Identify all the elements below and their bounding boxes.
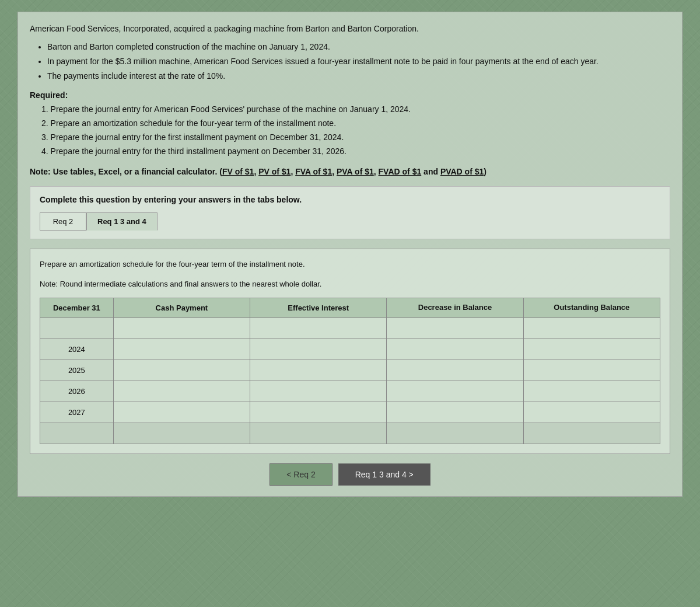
input-interest-0[interactable] (256, 324, 380, 333)
cell-decrease-2027[interactable] (387, 402, 523, 423)
cell-decrease-2025[interactable] (387, 360, 523, 381)
cell-year-2026: 2026 (40, 381, 114, 402)
note-label: Note: Use tables, Excel, or a financial … (30, 167, 217, 176)
table-row: 2027 (40, 402, 660, 423)
cell-decrease-total[interactable] (387, 423, 523, 444)
cell-interest-2027[interactable] (250, 402, 387, 423)
req-item-3: 3. Prepare the journal entry for the fir… (41, 131, 670, 144)
input-outstanding-2027[interactable] (530, 408, 654, 417)
cell-interest-2026[interactable] (250, 381, 387, 402)
input-outstanding-2026[interactable] (530, 387, 654, 396)
tabs-row: Req 2 Req 1 3 and 4 (40, 212, 660, 231)
input-outstanding-2024[interactable] (530, 345, 654, 354)
col-header-december31: December 31 (40, 298, 114, 318)
required-title: Required: (30, 90, 670, 100)
cell-year-2027: 2027 (40, 402, 114, 423)
input-interest-2024[interactable] (256, 345, 380, 354)
tab-desc-line1: Prepare an amortization schedule for the… (40, 259, 660, 270)
note-line: Note: Use tables, Excel, or a financial … (30, 166, 670, 178)
col-header-decrease-balance: Decrease in Balance (387, 298, 523, 318)
note-link-pva[interactable]: PVA of $1 (337, 167, 374, 176)
cell-interest-2025[interactable] (250, 360, 387, 381)
bullet-list: Barton and Barton completed construction… (47, 41, 670, 82)
input-outstanding-total[interactable] (530, 429, 654, 438)
note-link-pv[interactable]: PV of $1 (258, 167, 290, 176)
input-decrease-2025[interactable] (393, 366, 517, 375)
input-cash-0[interactable] (120, 324, 244, 333)
prev-button[interactable]: < Req 2 (270, 463, 332, 486)
cell-interest-2024[interactable] (250, 339, 387, 360)
col-header-effective-interest: Effective Interest (250, 298, 387, 318)
cell-outstanding-2025[interactable] (523, 360, 660, 381)
cell-decrease-0[interactable] (387, 318, 523, 339)
nav-buttons-row: < Req 2 Req 1 3 and 4 > (30, 463, 670, 486)
main-container: American Food Services, Incorporated, ac… (18, 12, 682, 497)
tab-req134[interactable]: Req 1 3 and 4 (86, 212, 158, 231)
input-outstanding-2025[interactable] (530, 366, 654, 375)
table-row-total (40, 423, 660, 444)
input-decrease-2027[interactable] (393, 408, 517, 417)
input-interest-2026[interactable] (256, 387, 380, 396)
cell-decrease-2026[interactable] (387, 381, 523, 402)
input-decrease-2026[interactable] (393, 387, 517, 396)
cell-year-2025: 2025 (40, 360, 114, 381)
intro-text: American Food Services, Incorporated, ac… (30, 23, 670, 35)
req-item-4: 4. Prepare the journal entry for the thi… (41, 145, 670, 158)
cell-outstanding-total[interactable] (523, 423, 660, 444)
cell-cash-2026[interactable] (113, 381, 250, 402)
cell-year-0 (40, 318, 114, 339)
tab-content-req2: Prepare an amortization schedule for the… (30, 249, 670, 454)
cell-interest-0[interactable] (250, 318, 387, 339)
cell-cash-2027[interactable] (113, 402, 250, 423)
cell-cash-2025[interactable] (113, 360, 250, 381)
cell-year-total (40, 423, 114, 444)
cell-cash-0[interactable] (113, 318, 250, 339)
note-link-fv[interactable]: FV of $1 (222, 167, 254, 176)
input-cash-2025[interactable] (120, 366, 244, 375)
req-item-1: 1. Prepare the journal entry for America… (41, 103, 670, 116)
input-outstanding-0[interactable] (530, 324, 654, 333)
input-cash-2027[interactable] (120, 408, 244, 417)
cell-outstanding-2027[interactable] (523, 402, 660, 423)
cell-interest-total[interactable] (250, 423, 387, 444)
input-interest-2025[interactable] (256, 366, 380, 375)
required-items: 1. Prepare the journal entry for America… (41, 103, 670, 158)
input-decrease-0[interactable] (393, 324, 517, 333)
input-decrease-2024[interactable] (393, 345, 517, 354)
input-interest-2027[interactable] (256, 408, 380, 417)
bullet-item-3: The payments include interest at the rat… (47, 70, 670, 82)
cell-outstanding-0[interactable] (523, 318, 660, 339)
note-link-pvad[interactable]: PVAD of $1 (440, 167, 484, 176)
table-row: 2026 (40, 381, 660, 402)
required-section: Required: 1. Prepare the journal entry f… (30, 90, 670, 158)
input-cash-2026[interactable] (120, 387, 244, 396)
input-decrease-total[interactable] (393, 429, 517, 438)
complete-box: Complete this question by entering your … (30, 186, 670, 239)
col-header-cash-payment: Cash Payment (113, 298, 250, 318)
table-row: 2025 (40, 360, 660, 381)
note-link-fvad[interactable]: FVAD of $1 (379, 167, 422, 176)
cell-year-2024: 2024 (40, 339, 114, 360)
cell-outstanding-2024[interactable] (523, 339, 660, 360)
table-row: 2024 (40, 339, 660, 360)
next-button[interactable]: Req 1 3 and 4 > (338, 463, 430, 486)
complete-box-text: Complete this question by entering your … (40, 195, 660, 204)
cell-cash-total[interactable] (113, 423, 250, 444)
bullet-item-1: Barton and Barton completed construction… (47, 41, 670, 53)
amortization-table: December 31 Cash Payment Effective Inter… (40, 298, 660, 444)
input-cash-total[interactable] (120, 429, 244, 438)
input-cash-2024[interactable] (120, 345, 244, 354)
tab-req2[interactable]: Req 2 (40, 212, 86, 231)
col-header-outstanding-balance: Outstanding Balance (523, 298, 660, 318)
req-item-2: 2. Prepare an amortization schedule for … (41, 117, 670, 130)
cell-decrease-2024[interactable] (387, 339, 523, 360)
note-link-fva[interactable]: FVA of $1 (295, 167, 332, 176)
tab-desc-line2: Note: Round intermediate calculations an… (40, 278, 660, 290)
bullet-item-2: In payment for the $5.3 million machine,… (47, 55, 670, 68)
cell-outstanding-2026[interactable] (523, 381, 660, 402)
table-row (40, 318, 660, 339)
cell-cash-2024[interactable] (113, 339, 250, 360)
input-interest-total[interactable] (256, 429, 380, 438)
